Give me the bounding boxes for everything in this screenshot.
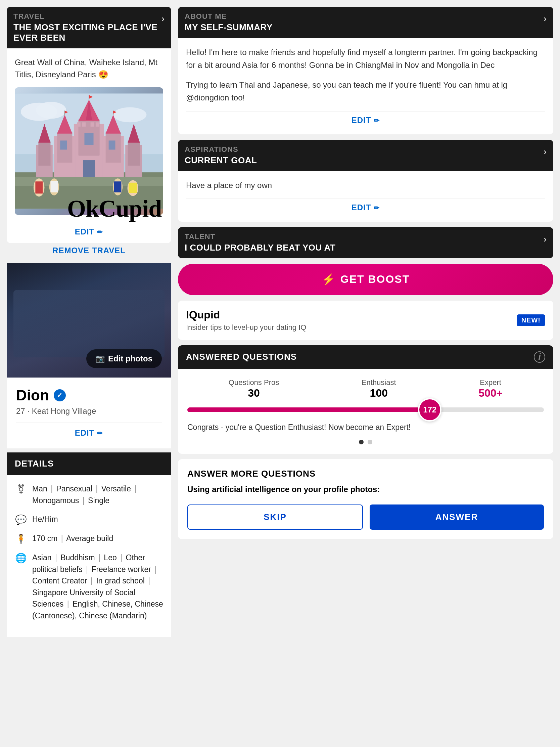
svg-rect-25 [109,140,115,150]
profile-edit-button[interactable]: EDIT [75,428,103,438]
svg-point-3 [36,102,66,119]
about-me-paragraph2: Trying to learn Thai and Japanese, so yo… [186,79,545,104]
svg-rect-26 [83,160,95,177]
tier-pros: Questions Pros 30 [229,378,279,400]
about-me-title: MY SELF-SUMMARY [185,22,273,32]
about-me-label: ABOUT ME [185,12,273,21]
gender-icon: ⚧ [15,484,27,495]
details-content: ⚧ Man | Pansexual | Versatile | Monogamo… [7,475,171,637]
details-title: DETAILS [15,459,54,468]
progress-bubble: 172 [418,398,442,421]
about-pencil-icon [374,115,380,125]
progress-fill [187,407,430,412]
profile-pencil-icon [97,428,103,438]
travel-header-text: TRAVEL THE MOST EXCITING PLACE I'VE EVER… [14,12,161,43]
about-me-edit-row: EDIT [186,111,545,126]
about-me-header-text: ABOUT ME MY SELF-SUMMARY [185,12,273,32]
svg-rect-40 [50,181,58,192]
about-me-header[interactable]: ABOUT ME MY SELF-SUMMARY › [178,7,553,38]
okcupid-logo: OkCupid [67,195,161,223]
profile-name: Dion [16,387,49,404]
dot-2[interactable] [368,440,372,444]
aspirations-label: ASPIRATIONS [185,145,257,154]
iqupid-left: IQupid Insider tips to level-up your dat… [186,309,306,332]
about-me-chevron-icon: › [543,14,546,24]
questions-tiers: Questions Pros 30 Enthusiast 100 Expert … [187,378,544,400]
globe-icon: 🌐 [15,552,27,564]
tier-enthusiast: Enthusiast 100 [362,378,396,400]
new-badge: NEW! [517,314,545,326]
travel-label: TRAVEL [14,12,161,21]
answered-content: Questions Pros 30 Enthusiast 100 Expert … [178,369,553,454]
verified-badge: ✓ [54,389,66,402]
svg-rect-29 [91,122,94,127]
talent-title: I COULD PROBABLY BEAT YOU AT [185,242,336,253]
detail-pronouns-text: He/Him [32,514,58,525]
detail-row-height: 🧍 170 cm | Average build [15,533,163,544]
aspirations-header-text: ASPIRATIONS CURRENT GOAL [185,145,257,165]
svg-rect-24 [60,140,67,150]
svg-rect-28 [82,122,86,127]
about-me-content: Hello! I'm here to make friends and hope… [178,38,553,134]
about-me-edit-button[interactable]: EDIT [351,115,380,125]
profile-edit-row: EDIT [16,422,162,443]
aspirations-card: ASPIRATIONS CURRENT GOAL › Have a place … [178,140,553,222]
travel-description: Great Wall of China, Waiheke Island, Mt … [15,56,163,81]
profile-photo-section: 📷 Edit photos [7,263,171,378]
edit-photos-button[interactable]: 📷 Edit photos [86,349,162,368]
details-header: DETAILS [7,453,171,475]
aspirations-edit-button[interactable]: EDIT [351,203,380,212]
answer-button[interactable]: ANSWER [370,505,544,530]
profile-name-row: Dion ✓ [16,387,162,404]
iqupid-card[interactable]: IQupid Insider tips to level-up your dat… [178,301,553,340]
talent-header[interactable]: TALENT I COULD PROBABLY BEAT YOU AT › [178,227,553,258]
talent-header-text: TALENT I COULD PROBABLY BEAT YOU AT [185,232,336,253]
about-me-card: ABOUT ME MY SELF-SUMMARY › Hello! I'm he… [178,7,553,134]
pronouns-icon: 💬 [15,514,27,525]
remove-travel-row: REMOVE TRAVEL [7,243,171,263]
svg-rect-44 [129,183,137,193]
svg-rect-23 [84,133,93,145]
pencil-icon [97,227,103,236]
pagination-dots [187,440,544,444]
travel-edit-button[interactable]: EDIT [75,227,103,236]
talent-card: TALENT I COULD PROBABLY BEAT YOU AT › [178,227,553,258]
talent-label: TALENT [185,232,336,241]
bolt-icon: ⚡ [322,273,336,286]
travel-header[interactable]: TRAVEL THE MOST EXCITING PLACE I'VE EVER… [7,7,171,48]
congrats-text: Congrats - you're a Question Enthusiast!… [187,421,544,433]
remove-travel-button[interactable]: REMOVE TRAVEL [52,246,126,255]
tier-expert-label: Expert [478,378,503,387]
left-column: TRAVEL THE MOST EXCITING PLACE I'VE EVER… [7,7,171,637]
tier-expert: Expert 500+ [478,378,503,400]
about-me-paragraph1: Hello! I'm here to make friends and hope… [186,46,545,72]
get-boost-button[interactable]: ⚡ GET BOOST [178,264,553,295]
iqupid-title: IQupid [186,309,306,321]
tier-expert-count: 500+ [478,387,503,400]
svg-rect-38 [35,181,43,194]
talent-chevron-icon: › [543,234,546,244]
svg-rect-18 [38,141,50,165]
profile-meta: 27 · Keat Hong Village [16,406,162,416]
aspirations-content: Have a place of my own EDIT [178,171,553,222]
answered-header: ANSWERED QUESTIONS i [178,345,553,369]
aspirations-header[interactable]: ASPIRATIONS CURRENT GOAL › [178,140,553,171]
answer-buttons: SKIP ANSWER [187,505,544,530]
skip-button[interactable]: SKIP [187,505,363,530]
aspirations-pencil-icon [374,203,380,212]
detail-height-text: 170 cm | Average build [32,533,113,544]
detail-gender-text: Man | Pansexual | Versatile | Monogamous… [32,483,163,506]
svg-rect-21 [128,141,140,165]
travel-edit-row: EDIT [7,220,171,243]
answer-more-question: Using artificial intelligence on your pr… [187,484,544,495]
answered-title: ANSWERED QUESTIONS [186,352,297,362]
camera-icon: 📷 [96,354,105,363]
right-column: ABOUT ME MY SELF-SUMMARY › Hello! I'm he… [178,7,553,637]
progress-bar-container: 172 [187,407,544,412]
dot-1[interactable] [359,440,364,444]
svg-rect-42 [114,181,122,192]
iqupid-desc: Insider tips to level-up your dating IQ [186,323,306,332]
aspirations-body: Have a place of my own [186,179,545,192]
tier-pros-count: 30 [229,387,279,400]
answer-more-title: ANSWER MORE QUESTIONS [187,468,544,479]
